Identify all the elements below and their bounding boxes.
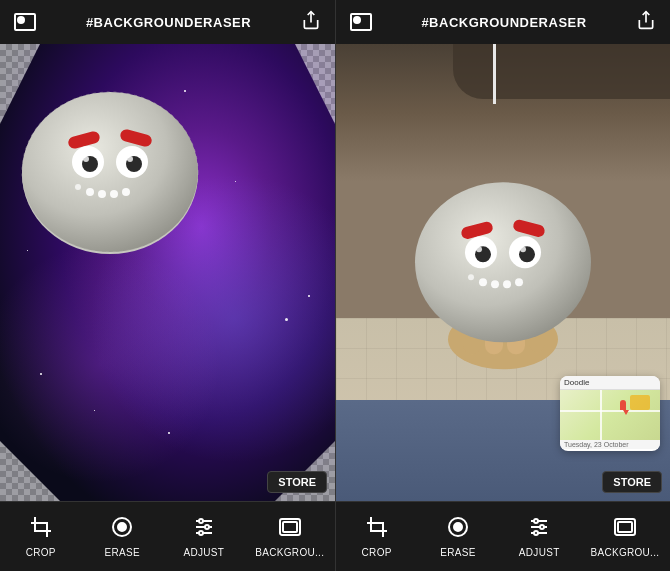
right-store-button[interactable]: STORE [602, 471, 662, 493]
svg-point-16 [75, 184, 81, 190]
svg-point-46 [503, 280, 511, 288]
right-crop-icon [365, 515, 389, 543]
map-date: Tuesday, 23 October [560, 440, 660, 449]
right-toolbar: CROP ERASE ADJUS [336, 501, 670, 571]
svg-rect-49 [371, 523, 383, 531]
adjust-icon [192, 515, 216, 543]
svg-point-14 [110, 190, 118, 198]
left-canvas: STORE [0, 44, 335, 501]
svg-point-35 [415, 182, 591, 342]
left-share-icon[interactable] [301, 10, 321, 35]
left-erase-label: ERASE [105, 547, 140, 558]
svg-point-23 [199, 519, 203, 523]
right-tool-erase[interactable]: ERASE [428, 515, 488, 558]
svg-point-57 [534, 531, 538, 535]
right-share-icon[interactable] [636, 10, 656, 35]
left-tool-erase[interactable]: ERASE [92, 515, 152, 558]
device-with-hand [393, 144, 613, 378]
svg-point-43 [520, 246, 526, 252]
left-panel: #BACKGROUNDERASER [0, 0, 335, 571]
svg-point-55 [534, 519, 538, 523]
right-adjust-icon [527, 515, 551, 543]
chair-shadow [453, 44, 670, 99]
map-area [560, 390, 660, 440]
cable [493, 44, 496, 104]
left-app-title: #BACKGROUNDERASER [86, 15, 251, 30]
left-header: #BACKGROUNDERASER [0, 0, 335, 44]
background-icon [278, 515, 302, 543]
right-adjust-label: ADJUST [519, 547, 560, 558]
svg-point-45 [491, 280, 499, 288]
right-crop-label: CROP [362, 547, 392, 558]
right-tool-background[interactable]: BACKGROU... [590, 515, 659, 558]
svg-rect-27 [283, 522, 297, 532]
svg-point-51 [454, 523, 462, 531]
svg-point-12 [86, 188, 94, 196]
left-toolbar: CROP ERASE ADJUS [0, 501, 335, 571]
svg-point-44 [479, 278, 487, 286]
map-tooltip: Doodle Tuesday, 23 October [560, 376, 660, 451]
left-adjust-label: ADJUST [183, 547, 224, 558]
right-erase-icon [446, 515, 470, 543]
svg-point-19 [118, 523, 126, 531]
svg-point-25 [199, 531, 203, 535]
svg-point-13 [98, 190, 106, 198]
left-background-label: BACKGROU... [255, 547, 324, 558]
svg-point-11 [127, 156, 133, 162]
left-image-icon[interactable] [14, 13, 36, 31]
erase-icon [110, 515, 134, 543]
svg-point-47 [515, 278, 523, 286]
left-device [0, 44, 335, 268]
right-image-icon[interactable] [350, 13, 372, 31]
right-app-title: #BACKGROUNDERASER [421, 15, 586, 30]
svg-point-48 [468, 274, 474, 280]
left-tool-background[interactable]: BACKGROU... [255, 515, 324, 558]
right-tool-crop[interactable]: CROP [347, 515, 407, 558]
svg-point-42 [476, 246, 482, 252]
map-label: Doodle [560, 376, 660, 390]
svg-point-10 [83, 156, 89, 162]
left-store-button[interactable]: STORE [267, 471, 327, 493]
right-panel: #BACKGROUNDERASER [335, 0, 670, 571]
svg-point-2 [22, 92, 198, 252]
right-header: #BACKGROUNDERASER [336, 0, 670, 44]
right-background-icon [613, 515, 637, 543]
left-tool-adjust[interactable]: ADJUST [174, 515, 234, 558]
svg-rect-17 [35, 523, 47, 531]
crop-icon [29, 515, 53, 543]
svg-point-24 [205, 525, 209, 529]
svg-point-56 [540, 525, 544, 529]
left-crop-label: CROP [26, 547, 56, 558]
svg-rect-59 [618, 522, 632, 532]
right-erase-label: ERASE [440, 547, 475, 558]
svg-point-15 [122, 188, 130, 196]
right-canvas: Doodle Tuesday, 23 October STORE [336, 44, 670, 501]
right-background-label: BACKGROU... [590, 547, 659, 558]
right-tool-adjust[interactable]: ADJUST [509, 515, 569, 558]
left-tool-crop[interactable]: CROP [11, 515, 71, 558]
